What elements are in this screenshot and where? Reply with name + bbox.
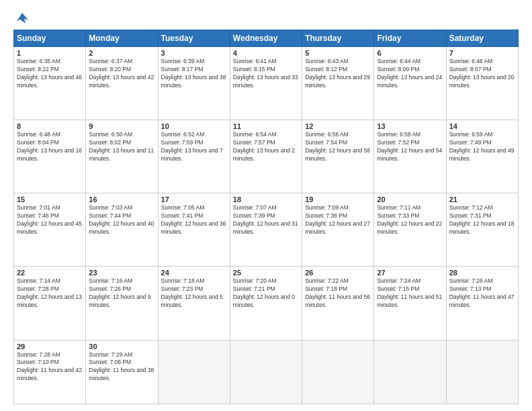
day-info: Sunrise: 7:28 AMSunset: 7:10 PMDaylight:…: [17, 351, 82, 382]
calendar-cell: 13 Sunrise: 6:58 AMSunset: 7:52 PMDaylig…: [374, 120, 446, 193]
calendar-cell: [302, 340, 374, 404]
day-info: Sunrise: 6:37 AMSunset: 8:20 PMDaylight:…: [89, 58, 154, 89]
weekday-header-monday: Monday: [86, 30, 158, 47]
day-info: Sunrise: 6:35 AMSunset: 8:22 PMDaylight:…: [17, 58, 82, 89]
calendar-cell: 11 Sunrise: 6:54 AMSunset: 7:57 PMDaylig…: [230, 120, 302, 193]
calendar-cell: 8 Sunrise: 6:48 AMSunset: 8:04 PMDayligh…: [14, 120, 86, 193]
calendar-cell: 5 Sunrise: 6:43 AMSunset: 8:12 PMDayligh…: [302, 47, 374, 120]
day-info: Sunrise: 6:39 AMSunset: 8:17 PMDaylight:…: [161, 58, 226, 89]
day-info: Sunrise: 7:09 AMSunset: 7:36 PMDaylight:…: [305, 204, 370, 235]
logo-bird-icon: [15, 11, 30, 26]
day-number: 2: [89, 49, 154, 57]
day-number: 6: [377, 49, 443, 57]
day-number: 28: [449, 269, 515, 277]
calendar-cell: 25 Sunrise: 7:20 AMSunset: 7:21 PMDaylig…: [230, 267, 302, 340]
day-number: 29: [17, 342, 83, 351]
day-number: 21: [449, 195, 515, 203]
calendar-week-5: 29 Sunrise: 7:28 AMSunset: 7:10 PMDaylig…: [14, 340, 519, 404]
calendar-cell: 20 Sunrise: 7:11 AMSunset: 7:33 PMDaylig…: [374, 193, 446, 267]
calendar-cell: 2 Sunrise: 6:37 AMSunset: 8:20 PMDayligh…: [86, 47, 158, 120]
calendar-cell: 15 Sunrise: 7:01 AMSunset: 7:46 PMDaylig…: [14, 193, 86, 267]
day-info: Sunrise: 6:44 AMSunset: 8:09 PMDaylight:…: [377, 58, 442, 89]
day-number: 27: [377, 269, 443, 277]
weekday-header-sunday: Sunday: [14, 30, 86, 47]
day-number: 9: [89, 122, 154, 130]
calendar-cell: 16 Sunrise: 7:03 AMSunset: 7:44 PMDaylig…: [86, 193, 158, 267]
calendar-week-3: 15 Sunrise: 7:01 AMSunset: 7:46 PMDaylig…: [14, 193, 519, 267]
calendar-cell: 19 Sunrise: 7:09 AMSunset: 7:36 PMDaylig…: [302, 193, 374, 267]
calendar-cell: 12 Sunrise: 6:56 AMSunset: 7:54 PMDaylig…: [302, 120, 374, 193]
day-info: Sunrise: 7:05 AMSunset: 7:41 PMDaylight:…: [161, 204, 226, 235]
day-info: Sunrise: 7:22 AMSunset: 7:18 PMDaylight:…: [305, 277, 370, 308]
day-info: Sunrise: 7:12 AMSunset: 7:31 PMDaylight:…: [449, 204, 515, 235]
day-number: 19: [305, 195, 371, 203]
calendar-cell: 26 Sunrise: 7:22 AMSunset: 7:18 PMDaylig…: [302, 267, 374, 340]
calendar-cell: 3 Sunrise: 6:39 AMSunset: 8:17 PMDayligh…: [158, 47, 230, 120]
day-number: 4: [233, 49, 299, 57]
day-info: Sunrise: 7:20 AMSunset: 7:21 PMDaylight:…: [233, 277, 295, 308]
calendar-cell: 23 Sunrise: 7:16 AMSunset: 7:26 PMDaylig…: [86, 267, 158, 340]
calendar-cell: 7 Sunrise: 6:46 AMSunset: 8:07 PMDayligh…: [446, 47, 518, 120]
day-info: Sunrise: 7:16 AMSunset: 7:26 PMDaylight:…: [89, 277, 150, 308]
calendar-cell: [230, 340, 302, 404]
calendar-cell: 1 Sunrise: 6:35 AMSunset: 8:22 PMDayligh…: [14, 47, 86, 120]
day-info: Sunrise: 7:01 AMSunset: 7:46 PMDaylight:…: [17, 204, 82, 235]
weekday-header-friday: Friday: [374, 30, 446, 47]
calendar-cell: 6 Sunrise: 6:44 AMSunset: 8:09 PMDayligh…: [374, 47, 446, 120]
calendar-cell: 9 Sunrise: 6:50 AMSunset: 8:02 PMDayligh…: [86, 120, 158, 193]
day-info: Sunrise: 7:11 AMSunset: 7:33 PMDaylight:…: [377, 204, 442, 235]
day-number: 26: [305, 269, 371, 277]
day-number: 13: [377, 122, 443, 130]
day-info: Sunrise: 6:50 AMSunset: 8:02 PMDaylight:…: [89, 131, 154, 162]
day-number: 30: [89, 342, 154, 351]
header: [13, 11, 519, 26]
day-info: Sunrise: 6:48 AMSunset: 8:04 PMDaylight:…: [17, 131, 82, 162]
calendar-cell: 24 Sunrise: 7:18 AMSunset: 7:23 PMDaylig…: [158, 267, 230, 340]
calendar-cell: 4 Sunrise: 6:41 AMSunset: 8:15 PMDayligh…: [230, 47, 302, 120]
page: SundayMondayTuesdayWednesdayThursdayFrid…: [0, 0, 532, 411]
weekday-header-row: SundayMondayTuesdayWednesdayThursdayFrid…: [14, 30, 519, 47]
day-info: Sunrise: 6:59 AMSunset: 7:49 PMDaylight:…: [449, 131, 515, 162]
calendar-cell: 14 Sunrise: 6:59 AMSunset: 7:49 PMDaylig…: [446, 120, 518, 193]
day-info: Sunrise: 7:03 AMSunset: 7:44 PMDaylight:…: [89, 204, 154, 235]
day-number: 10: [161, 122, 227, 130]
day-info: Sunrise: 7:14 AMSunset: 7:28 PMDaylight:…: [17, 277, 82, 308]
logo: [13, 11, 30, 26]
day-info: Sunrise: 6:54 AMSunset: 7:57 PMDaylight:…: [233, 131, 295, 162]
weekday-header-wednesday: Wednesday: [230, 30, 302, 47]
day-number: 22: [17, 269, 83, 277]
day-info: Sunrise: 7:07 AMSunset: 7:39 PMDaylight:…: [233, 204, 298, 235]
calendar-cell: 27 Sunrise: 7:24 AMSunset: 7:15 PMDaylig…: [374, 267, 446, 340]
day-number: 7: [449, 49, 515, 57]
day-number: 24: [161, 269, 227, 277]
day-number: 3: [161, 49, 227, 57]
day-number: 20: [377, 195, 443, 203]
calendar-cell: 28 Sunrise: 7:26 AMSunset: 7:13 PMDaylig…: [446, 267, 518, 340]
day-info: Sunrise: 6:41 AMSunset: 8:15 PMDaylight:…: [233, 58, 298, 89]
calendar-cell: 30 Sunrise: 7:29 AMSunset: 7:08 PMDaylig…: [86, 340, 158, 404]
calendar-cell: 10 Sunrise: 6:52 AMSunset: 7:59 PMDaylig…: [158, 120, 230, 193]
day-info: Sunrise: 6:52 AMSunset: 7:59 PMDaylight:…: [161, 131, 223, 162]
calendar-week-4: 22 Sunrise: 7:14 AMSunset: 7:28 PMDaylig…: [14, 267, 519, 340]
calendar-cell: [374, 340, 446, 404]
day-info: Sunrise: 6:46 AMSunset: 8:07 PMDaylight:…: [449, 58, 515, 89]
day-number: 25: [233, 269, 299, 277]
day-info: Sunrise: 7:26 AMSunset: 7:13 PMDaylight:…: [449, 277, 515, 308]
day-info: Sunrise: 6:43 AMSunset: 8:12 PMDaylight:…: [305, 58, 370, 89]
day-number: 17: [161, 195, 227, 203]
calendar-table: SundayMondayTuesdayWednesdayThursdayFrid…: [13, 30, 519, 404]
day-info: Sunrise: 7:29 AMSunset: 7:08 PMDaylight:…: [89, 351, 154, 382]
calendar-week-1: 1 Sunrise: 6:35 AMSunset: 8:22 PMDayligh…: [14, 47, 519, 120]
svg-marker-0: [17, 13, 28, 24]
day-number: 12: [305, 122, 371, 130]
calendar-week-2: 8 Sunrise: 6:48 AMSunset: 8:04 PMDayligh…: [14, 120, 519, 193]
day-number: 15: [17, 195, 83, 203]
day-info: Sunrise: 6:58 AMSunset: 7:52 PMDaylight:…: [377, 131, 442, 162]
calendar-cell: 17 Sunrise: 7:05 AMSunset: 7:41 PMDaylig…: [158, 193, 230, 267]
calendar-cell: 18 Sunrise: 7:07 AMSunset: 7:39 PMDaylig…: [230, 193, 302, 267]
day-number: 11: [233, 122, 299, 130]
calendar-cell: 21 Sunrise: 7:12 AMSunset: 7:31 PMDaylig…: [446, 193, 518, 267]
calendar-cell: 22 Sunrise: 7:14 AMSunset: 7:28 PMDaylig…: [14, 267, 86, 340]
weekday-header-saturday: Saturday: [446, 30, 518, 47]
calendar-cell: [158, 340, 230, 404]
